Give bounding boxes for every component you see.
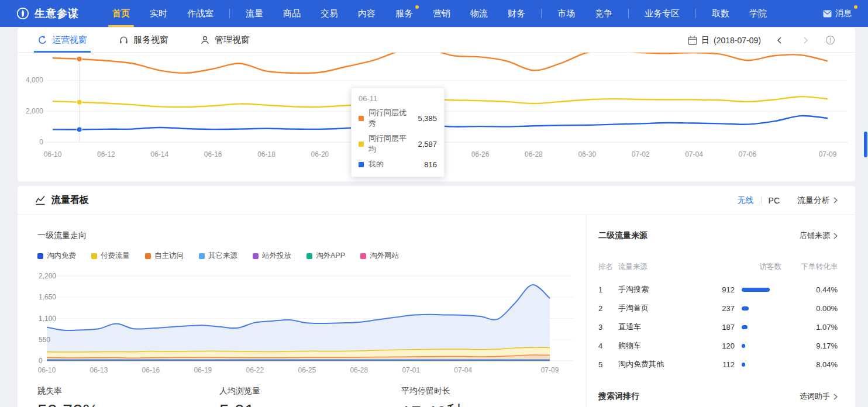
nav-item-label: 流量 xyxy=(246,8,263,19)
legend-label: 淘外网站 xyxy=(370,251,399,261)
calendar-icon xyxy=(688,36,697,45)
link-label: 选词助手 xyxy=(800,391,830,402)
row-visitors: 112 xyxy=(688,360,735,369)
nav-item-2[interactable]: 作战室 xyxy=(177,0,223,27)
nav-item-11[interactable]: 市场 xyxy=(547,0,585,27)
legend-item-4[interactable]: 站外投放 xyxy=(253,251,291,261)
nav-item-label: 作战室 xyxy=(187,8,213,19)
table-row-1[interactable]: 1手淘搜索9120.44% xyxy=(598,280,838,299)
nav-item-8[interactable]: 营销 xyxy=(423,0,460,27)
nav-item-13[interactable]: 业务专区 xyxy=(635,0,690,27)
legend-swatch xyxy=(91,253,97,259)
tab-pc[interactable]: PC xyxy=(769,196,780,205)
link-label: 店铺来源 xyxy=(800,230,830,241)
nav-menu: 首页实时作战室流量商品交易内容服务营销物流财务市场竞争业务专区取数学院 xyxy=(102,0,777,27)
legend-item-6[interactable]: 淘外网站 xyxy=(360,251,399,261)
row-bar-wrap xyxy=(735,363,781,367)
benchmark-chart[interactable]: 02,0004,00006-1006-1206-1406-1606-1806-2… xyxy=(18,53,855,170)
row-bar-wrap xyxy=(735,325,781,329)
nav-item-label: 内容 xyxy=(358,8,376,19)
svg-text:550: 550 xyxy=(39,336,50,344)
table-row-4[interactable]: 4购物车1209.17% xyxy=(598,336,838,355)
shop-source-link[interactable]: 店铺来源 xyxy=(800,230,838,241)
table-row-3[interactable]: 3直通车1871.07% xyxy=(598,318,838,336)
row-source-name: 手淘搜索 xyxy=(618,284,688,295)
tab-management-view[interactable]: 管理视窗 xyxy=(200,28,250,52)
legend-item-1[interactable]: 付费流量 xyxy=(91,251,130,261)
message-icon xyxy=(823,10,832,18)
svg-text:06-12: 06-12 xyxy=(97,150,115,158)
date-controls: 日 (2018-07-09) xyxy=(688,28,835,52)
info-icon[interactable] xyxy=(825,35,835,45)
svg-text:06-14: 06-14 xyxy=(150,150,168,158)
nav-item-6[interactable]: 内容 xyxy=(348,0,385,27)
svg-text:07-01: 07-01 xyxy=(402,366,420,374)
word-helper-link[interactable]: 选词助手 xyxy=(800,391,838,402)
traffic-analysis-link[interactable]: 流量分析 xyxy=(797,195,838,206)
notification-dot xyxy=(854,5,857,9)
nav-item-0[interactable]: 首页 xyxy=(102,0,140,27)
nav-item-1[interactable]: 实时 xyxy=(140,0,177,27)
nav-item-3[interactable]: 流量 xyxy=(236,0,273,27)
legend-item-2[interactable]: 自主访问 xyxy=(145,251,184,261)
stat-value: 17.49秒 xyxy=(401,401,583,407)
brand[interactable]: 生意参谋 xyxy=(0,0,79,27)
date-picker[interactable]: 日 (2018-07-09) xyxy=(688,35,761,46)
svg-text:0: 0 xyxy=(39,357,43,365)
nav-item-14[interactable]: 取数 xyxy=(702,0,739,27)
row-bar-wrap xyxy=(735,344,781,348)
table-row-2[interactable]: 2手淘首页2370.00% xyxy=(598,299,838,318)
tooltip-row-0: 同行同层优秀5,385 xyxy=(359,108,437,129)
svg-text:06-30: 06-30 xyxy=(578,150,596,158)
link-label: 流量分析 xyxy=(797,195,830,206)
legend-item-5[interactable]: 淘外APP xyxy=(306,251,345,261)
nav-item-label: 竞争 xyxy=(595,8,612,19)
nav-item-10[interactable]: 财务 xyxy=(498,0,535,27)
tooltip-row-1: 同行同层平均2,587 xyxy=(359,133,437,154)
nav-item-4[interactable]: 商品 xyxy=(273,0,311,27)
nav-item-5[interactable]: 交易 xyxy=(311,0,348,27)
traffic-sources-panel: 二级流量来源 店铺来源 排名 流量来源 访客数 下单转化率 xyxy=(586,215,855,407)
traffic-board-header: 流量看板 无线 PC 流量分析 xyxy=(18,186,855,215)
nav-item-7[interactable]: 服务 xyxy=(385,0,423,27)
nav-item-label: 服务 xyxy=(395,8,413,19)
tooltip-swatch xyxy=(359,142,364,147)
board-title: 流量看板 xyxy=(51,194,89,206)
nav-item-12[interactable]: 竞争 xyxy=(585,0,622,27)
svg-text:07-06: 07-06 xyxy=(739,150,757,158)
next-date-button[interactable] xyxy=(802,36,809,44)
chevron-right-icon xyxy=(833,394,838,400)
svg-text:2,000: 2,000 xyxy=(26,107,43,115)
svg-text:07-09: 07-09 xyxy=(541,366,559,374)
nav-item-label: 首页 xyxy=(112,8,130,19)
nav-item-9[interactable]: 物流 xyxy=(460,0,498,27)
row-rank: 4 xyxy=(598,342,618,350)
messages-button[interactable]: 消息 xyxy=(823,0,868,27)
tab-operations-view[interactable]: 运营视窗 xyxy=(37,28,87,52)
nav-item-label: 营销 xyxy=(433,8,450,19)
svg-text:1,650: 1,650 xyxy=(39,293,56,301)
brand-logo-icon xyxy=(16,7,29,20)
table-row-5[interactable]: 5淘内免费其他1128.04% xyxy=(598,355,838,374)
tooltip-series-value: 2,587 xyxy=(418,140,437,149)
traffic-board-body: 一级流量走向 淘内免费付费流量自主访问其它来源站外投放淘外APP淘外网站 06-… xyxy=(18,215,855,407)
keywords-title: 搜索词排行 xyxy=(598,391,639,402)
nav-item-label: 财务 xyxy=(508,8,525,19)
row-bar-wrap xyxy=(735,288,781,292)
legend-label: 淘内免费 xyxy=(47,251,76,261)
brand-name: 生意参谋 xyxy=(35,6,79,20)
nav-item-15[interactable]: 学院 xyxy=(739,0,777,27)
tab-wireless[interactable]: 无线 xyxy=(738,195,754,206)
svg-text:06-18: 06-18 xyxy=(257,150,275,158)
svg-text:06-19: 06-19 xyxy=(194,366,212,374)
legend-item-3[interactable]: 其它来源 xyxy=(199,251,237,261)
scrollbar-thumb[interactable] xyxy=(864,132,867,157)
legend-item-0[interactable]: 淘内免费 xyxy=(37,251,76,261)
prev-date-button[interactable] xyxy=(776,36,783,44)
traffic-area-chart[interactable]: 06-1006-1306-1606-1906-2206-2506-2807-01… xyxy=(18,270,585,381)
stat-label: 人均浏览量 xyxy=(219,386,401,396)
sources-title: 二级流量来源 xyxy=(598,230,647,241)
legend-swatch xyxy=(145,253,151,259)
trend-title: 一级流量走向 xyxy=(37,230,586,241)
tab-service-view[interactable]: 服务视窗 xyxy=(119,28,168,52)
